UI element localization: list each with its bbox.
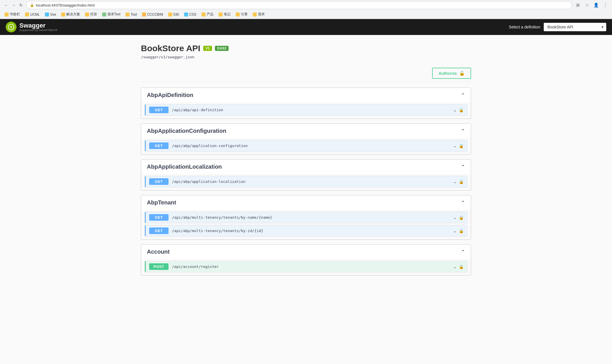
bookmark-icon-530 <box>168 13 172 16</box>
menu-icon[interactable]: ⋮ <box>602 2 609 9</box>
endpoint-path-3-1: /api/abp/multi-tenancy/tenants/by-id/{id… <box>172 229 450 233</box>
address-bar[interactable]: 🔒 localhost:44378/swagger/index.html <box>26 1 572 9</box>
api-group-4: Account ⌃ POST /api/account/register ⌄ 🔒 <box>141 244 471 276</box>
swagger-content: BookStore API V1 OAS3 /swagger/v1/swagge… <box>135 35 477 289</box>
lock-icon: 🔒 <box>30 3 34 7</box>
bookmark-label-solution: 解决方案 <box>66 12 80 17</box>
bookmark-engine[interactable]: 引擎 <box>233 11 250 17</box>
bookmark-css[interactable]: CSS <box>182 12 199 17</box>
api-title-text: BookStore API <box>141 44 200 53</box>
bookmark-icon-requirements <box>253 13 257 16</box>
endpoint-chevron-2-0: ⌄ <box>453 179 457 184</box>
bookmark-label-ccccbim: CCCCBIM <box>147 13 163 16</box>
endpoint-path-4-0: /api/account/register <box>172 264 450 269</box>
bookmark-530[interactable]: 530 <box>166 12 181 17</box>
bookmark-requirements[interactable]: 需求 <box>250 11 267 17</box>
bookmark-label-shuzhulan: 书签栏 <box>10 12 20 17</box>
swagger-definition-selector: Select a definition BookStore API <box>509 23 606 31</box>
bookmark-solution[interactable]: 解决方案 <box>59 11 82 17</box>
bookmark-icon-vue <box>45 13 49 16</box>
bookmark-xqtool[interactable]: 需求Tool <box>100 11 123 17</box>
api-group-title-1: AbpApplicationConfiguration <box>147 128 226 134</box>
endpoint-chevron-3-0: ⌄ <box>453 215 457 220</box>
endpoint-chevron-3-1: ⌄ <box>453 229 457 233</box>
bookmark-ccccbim[interactable]: CCCCBIM <box>140 12 165 17</box>
endpoint-row-2-0[interactable]: GET /api/abp/application-localization ⌄ … <box>145 176 467 187</box>
swagger-definition-wrapper: BookStore API <box>544 23 606 31</box>
api-group-1: AbpApplicationConfiguration ⌃ GET /api/a… <box>141 123 471 155</box>
bookmark-product[interactable]: 产品 <box>199 11 216 17</box>
bookmark-ucml[interactable]: UCML <box>23 12 42 17</box>
bookmark-label-xqtool: 需求Tool <box>107 12 120 17</box>
bookmark-notes[interactable]: 笔记 <box>216 11 233 17</box>
api-endpoint-2-0: GET /api/abp/application-localization ⌄ … <box>145 176 467 187</box>
bookmark-icon-product <box>202 13 206 16</box>
authorize-area: Authorize 🔓 <box>141 68 471 82</box>
api-group-header-3[interactable]: AbpTenant ⌃ <box>141 195 471 210</box>
forward-button[interactable]: → <box>11 2 17 8</box>
bookmark-hosting[interactable]: 托管 <box>83 11 99 17</box>
endpoint-path-1-0: /api/abp/application-configuration <box>172 144 450 148</box>
bookmark-label-requirements: 需求 <box>258 12 265 17</box>
bookmark-star-icon[interactable]: ☆ <box>584 2 590 9</box>
api-endpoint-4-0: POST /api/account/register ⌄ 🔒 <box>145 261 467 272</box>
chevron-up-icon-4: ⌃ <box>461 249 465 255</box>
endpoint-actions-4-0: ⌄ 🔒 <box>453 264 464 269</box>
api-group-title-4: Account <box>147 249 170 255</box>
browser-titlebar: ← → ↻ 🔒 localhost:44378/swagger/index.ht… <box>0 0 612 10</box>
endpoint-lock-1-0: 🔒 <box>459 144 464 148</box>
endpoint-lock-3-1: 🔒 <box>459 229 464 233</box>
api-group-header-1[interactable]: AbpApplicationConfiguration ⌃ <box>141 124 471 138</box>
method-badge-1-0: GET <box>149 142 169 149</box>
api-groups-container: AbpApiDefinition ⌃ GET /api/abp/api-defi… <box>141 88 471 276</box>
bookmark-label-hosting: 托管 <box>90 12 97 17</box>
swagger-logo-text-group: Swagger Supported by SMARTBEAR <box>19 22 57 32</box>
authorize-lock-icon: 🔓 <box>459 71 465 76</box>
endpoint-actions-3-0: ⌄ 🔒 <box>453 215 464 220</box>
bookmark-label-ucml: UCML <box>30 13 40 16</box>
bookmark-icon-ucml <box>25 13 29 16</box>
back-button[interactable]: ← <box>3 2 9 8</box>
swagger-header: Swagger Supported by SMARTBEAR Select a … <box>0 19 612 35</box>
endpoint-actions-0-0: ⌄ 🔒 <box>453 108 464 112</box>
api-group-header-2[interactable]: AbpApplicationLocalization ⌃ <box>141 160 471 174</box>
api-group-title-3: AbpTenant <box>147 199 176 206</box>
bookmark-tool[interactable]: Tool <box>123 12 139 17</box>
bookmark-label-tool: Tool <box>131 13 137 16</box>
bookmark-label-engine: 引擎 <box>241 12 248 17</box>
bookmark-vue[interactable]: Vue <box>43 12 58 17</box>
reload-button[interactable]: ↻ <box>18 2 24 8</box>
swagger-logo-icon <box>6 22 17 32</box>
chevron-up-icon-0: ⌃ <box>461 92 465 98</box>
profile-icon[interactable]: 👤 <box>593 2 599 9</box>
extensions-icon[interactable]: ⊞ <box>574 2 581 9</box>
endpoint-row-3-0[interactable]: GET /api/abp/multi-tenancy/tenants/by-na… <box>145 212 467 223</box>
api-endpoint-3-1: GET /api/abp/multi-tenancy/tenants/by-id… <box>145 225 467 237</box>
bookmark-icon-shuzhulan <box>5 13 9 16</box>
endpoint-row-0-0[interactable]: GET /api/abp/api-definition ⌄ 🔒 <box>145 104 467 115</box>
endpoint-row-4-0[interactable]: POST /api/account/register ⌄ 🔒 <box>145 261 467 272</box>
api-group-header-4[interactable]: Account ⌃ <box>141 245 471 259</box>
bookmark-label-530: 530 <box>173 13 179 16</box>
method-badge-2-0: GET <box>149 178 169 185</box>
method-badge-4-0: POST <box>149 263 169 270</box>
endpoint-row-1-0[interactable]: GET /api/abp/application-configuration ⌄… <box>145 140 467 151</box>
browser-nav-icons: ← → ↻ <box>3 2 24 8</box>
api-group-title-0: AbpApiDefinition <box>147 92 193 98</box>
endpoint-chevron-4-0: ⌄ <box>453 264 457 269</box>
swagger-definition-select[interactable]: BookStore API <box>544 23 606 31</box>
endpoint-row-3-1[interactable]: GET /api/abp/multi-tenancy/tenants/by-id… <box>145 225 467 236</box>
api-group-header-0[interactable]: AbpApiDefinition ⌃ <box>141 88 471 102</box>
swagger-logo: Swagger Supported by SMARTBEAR <box>6 22 57 32</box>
api-group-title-2: AbpApplicationLocalization <box>147 164 222 170</box>
badge-oas3: OAS3 <box>215 46 229 51</box>
authorize-button[interactable]: Authorize 🔓 <box>432 68 471 79</box>
bookmark-shuzhulan[interactable]: 书签栏 <box>2 11 22 17</box>
endpoint-lock-0-0: 🔒 <box>459 108 464 112</box>
endpoint-chevron-0-0: ⌄ <box>453 108 457 112</box>
bookmark-icon-notes <box>219 13 223 16</box>
api-url[interactable]: /swagger/v1/swagger.json <box>141 55 471 59</box>
endpoint-lock-3-0: 🔒 <box>459 215 464 220</box>
authorize-button-label: Authorize <box>438 71 457 76</box>
browser-actions: ⊞ ☆ 👤 ⋮ <box>574 2 609 9</box>
